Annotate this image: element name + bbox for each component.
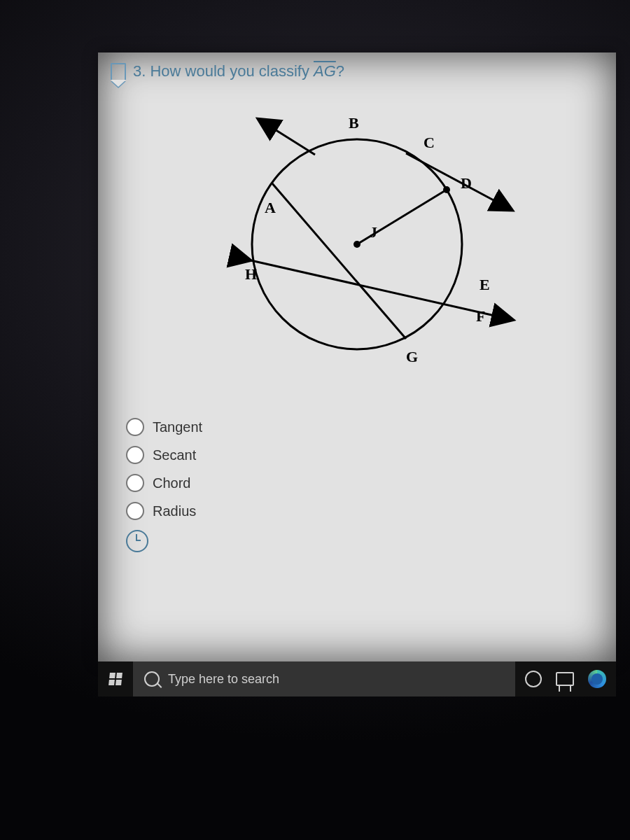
search-icon [144, 671, 160, 687]
task-view-icon[interactable] [556, 672, 574, 686]
option-secant[interactable]: Secant [126, 446, 616, 464]
label-B: B [349, 114, 359, 132]
search-placeholder: Type here to search [168, 672, 279, 687]
svg-line-4 [241, 258, 504, 318]
label-J: J [370, 223, 377, 241]
label-A: A [265, 199, 276, 216]
label-E: E [479, 276, 490, 293]
cortana-icon[interactable] [525, 671, 542, 687]
svg-line-3 [406, 153, 504, 206]
radio-icon[interactable] [126, 418, 144, 436]
question-segment: AG [314, 62, 336, 80]
option-label: Tangent [153, 419, 202, 435]
circle-diagram: A B C D E F G H J [175, 97, 539, 391]
question-suffix: ? [336, 62, 344, 80]
label-H: H [245, 265, 257, 283]
question-row: 3. How would you classify AG? [98, 52, 616, 85]
answer-options: Tangent Secant Chord Radius [98, 391, 616, 520]
option-tangent[interactable]: Tangent [126, 418, 616, 436]
edge-icon[interactable] [588, 670, 606, 688]
option-label: Chord [153, 475, 190, 491]
radio-icon[interactable] [126, 474, 144, 492]
option-label: Radius [153, 503, 196, 519]
quiz-panel: 3. How would you classify AG? [98, 52, 616, 662]
svg-line-5 [272, 183, 406, 339]
taskbar-icons [515, 662, 616, 696]
start-button[interactable] [98, 662, 133, 696]
radio-icon[interactable] [126, 502, 144, 520]
svg-line-2 [266, 124, 315, 155]
svg-point-7 [443, 186, 450, 193]
label-D: D [461, 174, 472, 192]
label-G: G [406, 348, 418, 365]
taskbar-search[interactable]: Type here to search [133, 662, 515, 696]
label-C: C [424, 134, 435, 151]
question-number: 3. [133, 62, 146, 80]
windows-taskbar: Type here to search [98, 662, 616, 696]
photo-background: 3. How would you classify AG? [0, 0, 630, 840]
windows-logo-icon [108, 673, 122, 685]
timer-icon[interactable] [126, 530, 148, 552]
question-text: 3. How would you classify AG? [133, 62, 344, 80]
question-prefix: How would you classify [150, 62, 314, 80]
label-F: F [476, 307, 485, 325]
radio-icon[interactable] [126, 446, 144, 464]
bookmark-icon[interactable] [111, 63, 126, 80]
option-label: Secant [153, 447, 196, 463]
option-chord[interactable]: Chord [126, 474, 616, 492]
option-radius[interactable]: Radius [126, 502, 616, 520]
